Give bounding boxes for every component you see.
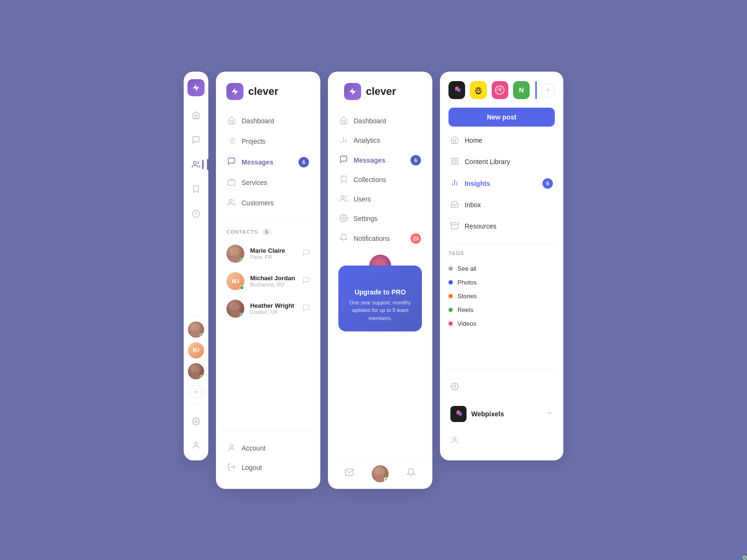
nav-menu-2: Dashboard Analytics Messages 6 [334, 111, 427, 209]
tag-videos[interactable]: Videos [448, 317, 555, 330]
users-nav-icon[interactable] [188, 157, 204, 172]
clever-logo-1[interactable] [226, 83, 243, 100]
contact-avatar-1[interactable] [188, 321, 204, 338]
marie-avatar [226, 245, 244, 263]
tag-dot-reels [448, 308, 453, 312]
michael-online [240, 285, 244, 290]
upgrade-card[interactable]: Upgrade to PRO One year support, montlhy… [338, 266, 422, 332]
p4-content-library[interactable]: Content Library [445, 152, 559, 172]
add-contact-button[interactable]: + [189, 385, 203, 398]
menu-notifications-2[interactable]: Notifications 23 [334, 229, 427, 248]
insights-badge: 6 [542, 178, 553, 189]
heather-chat-icon[interactable] [302, 304, 310, 313]
contact-marie[interactable]: Marie Claire Paris, FR [216, 240, 320, 267]
p4-resources[interactable]: Resources [445, 216, 559, 237]
new-post-button[interactable]: New post [448, 108, 555, 127]
tags-title: TAGS [448, 250, 555, 256]
user-icon[interactable] [188, 438, 204, 453]
menu-settings-2[interactable]: Settings [334, 209, 427, 229]
menu-label-services-1: Services [242, 179, 267, 186]
marie-online [240, 258, 244, 262]
tag-reels[interactable]: Reels [448, 303, 555, 317]
contact-heather[interactable]: Heather Wright London, UK [216, 295, 320, 322]
n-app-icon[interactable]: N [513, 81, 530, 99]
contact-michael[interactable]: MJ Michael Jordan Bucharest, RO [216, 267, 320, 295]
tag-stories[interactable]: Stories [448, 289, 555, 303]
menu-label-messages-1: Messages [242, 158, 273, 166]
bell-bottom-icon[interactable] [406, 468, 416, 479]
panel2-bottom-menu: Account Logout [216, 423, 320, 477]
menu-label-collections-2: Collections [354, 176, 386, 184]
full-sidebar-2: clever Dashboard Analytics [328, 72, 432, 489]
gear-icon-2 [339, 214, 348, 224]
tag-see-all[interactable]: See all [448, 262, 555, 275]
add-app-button[interactable]: + [542, 83, 555, 97]
menu-logout[interactable]: Logout [222, 458, 315, 477]
contacts-title: CONTACTS [226, 229, 258, 235]
bell-icon [339, 233, 348, 243]
menu-collections-2[interactable]: Collections [334, 170, 427, 190]
panel4-bottom-icons: Webpixels [445, 377, 559, 451]
p4-content-library-label: Content Library [465, 158, 510, 165]
menu-messages-2[interactable]: Messages 6 [334, 150, 427, 170]
figma-app-icon[interactable] [448, 81, 465, 99]
marie-chat-icon[interactable] [302, 249, 310, 258]
menu-label-users-2: Users [354, 195, 371, 203]
menu-analytics-2[interactable]: Analytics [334, 131, 427, 150]
settings-icon[interactable] [188, 414, 204, 429]
divider-2 [189, 404, 203, 404]
divider-panel4-bottom [445, 370, 559, 370]
tags-section: TAGS See all Photos Stories Reels Videos [440, 250, 563, 330]
svg-marker-28 [349, 88, 356, 95]
p4-home[interactable]: Home [445, 130, 559, 151]
menu-label-projects-1: Projects [242, 138, 266, 145]
divider-panel2-bottom [222, 431, 315, 431]
michael-chat-icon[interactable] [302, 276, 310, 285]
p4-insights-label: Insights [465, 180, 490, 187]
menu-label-dashboard-2: Dashboard [354, 117, 386, 125]
icon-nav [188, 108, 204, 312]
contact-avatar-mj[interactable]: MJ [188, 342, 204, 358]
michael-info: Michael Jordan Bucharest, RO [250, 275, 297, 287]
workspace-switcher[interactable]: Webpixels [445, 400, 559, 428]
dribbble-app-icon[interactable] [492, 81, 508, 99]
menu-users-2[interactable]: Users [334, 190, 427, 209]
menu-messages-1[interactable]: Messages 6 [222, 152, 315, 172]
heather-info: Heather Wright London, UK [250, 302, 297, 315]
svg-point-26 [230, 444, 233, 447]
messages-nav-icon[interactable] [188, 132, 204, 147]
clever-logo-2[interactable] [344, 83, 361, 100]
svg-rect-50 [456, 162, 458, 164]
menu-services-1[interactable]: Services [222, 173, 315, 193]
messages-badge-1: 6 [299, 157, 309, 167]
menu-projects-1[interactable]: Projects [222, 132, 315, 151]
nav-bottom-2: Settings Notifications 23 [334, 209, 427, 248]
briefcase-icon [227, 178, 236, 188]
p4-inbox[interactable]: Inbox [445, 195, 559, 215]
mail-icon[interactable] [345, 468, 354, 479]
logo-icon[interactable] [187, 79, 205, 96]
bookmark-nav-icon[interactable] [188, 182, 204, 197]
bottom-nav-icons [188, 414, 204, 453]
contact-avatar-3[interactable] [188, 363, 204, 379]
michael-location: Bucharest, RO [250, 282, 297, 287]
tag-photos[interactable]: Photos [448, 275, 555, 289]
p4-user-profile[interactable] [445, 431, 559, 451]
menu-dashboard-2[interactable]: Dashboard [334, 111, 427, 131]
svg-point-1 [194, 161, 196, 164]
user-avatar-bottom[interactable] [372, 465, 389, 482]
menu-customers-1[interactable]: Customers [222, 193, 315, 213]
home-nav-icon[interactable] [188, 108, 204, 123]
menu-dashboard-1[interactable]: Dashboard [222, 111, 315, 131]
menu-account[interactable]: Account [222, 439, 315, 458]
clock-nav-icon[interactable] [188, 206, 204, 221]
svg-rect-49 [451, 162, 454, 164]
mailchimp-app-icon[interactable] [470, 81, 486, 99]
account-icon [227, 443, 236, 453]
contacts-icons: MJ + [188, 321, 204, 398]
p4-settings[interactable] [445, 377, 559, 397]
marie-info: Marie Claire Paris, FR [250, 247, 297, 260]
p4-insights[interactable]: Insights 6 [445, 173, 559, 194]
svg-point-44 [477, 89, 478, 90]
chart-icon-4 [450, 178, 459, 188]
